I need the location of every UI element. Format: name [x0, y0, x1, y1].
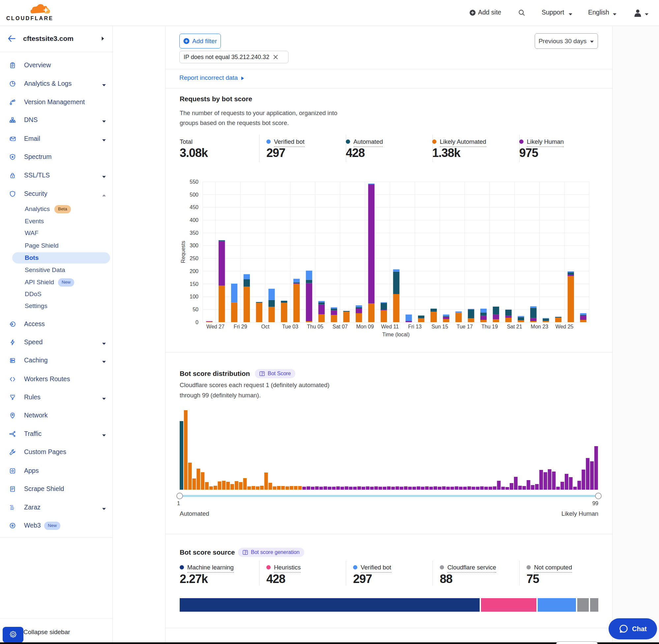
- svg-text:Wed 27: Wed 27: [206, 324, 225, 329]
- svg-text:450: 450: [190, 204, 198, 210]
- svg-text:Sat 21: Sat 21: [507, 324, 522, 329]
- svg-text:300: 300: [190, 243, 198, 248]
- svg-text:Tue 17: Tue 17: [456, 324, 473, 329]
- svg-text:Fri 29: Fri 29: [234, 324, 247, 329]
- svg-text:Requests: Requests: [180, 241, 186, 263]
- svg-text:200: 200: [190, 269, 198, 274]
- svg-text:Tue 03: Tue 03: [282, 324, 298, 329]
- svg-text:550: 550: [190, 179, 198, 185]
- svg-text:Fri 13: Fri 13: [408, 324, 422, 329]
- svg-text:500: 500: [190, 192, 198, 198]
- svg-text:Thu 05: Thu 05: [307, 324, 323, 329]
- svg-text:250: 250: [190, 256, 198, 261]
- svg-text:350: 350: [190, 230, 198, 236]
- svg-text:Time (local): Time (local): [382, 332, 410, 337]
- svg-text:Wed 11: Wed 11: [381, 324, 399, 329]
- svg-text:400: 400: [190, 217, 198, 223]
- svg-text:Oct: Oct: [261, 324, 269, 329]
- svg-text:Mon 23: Mon 23: [531, 324, 548, 329]
- svg-text:Mon 09: Mon 09: [356, 324, 374, 329]
- svg-text:100: 100: [190, 294, 198, 299]
- svg-text:Wed 25: Wed 25: [556, 324, 573, 329]
- svg-text:50: 50: [192, 307, 198, 312]
- svg-text:Sun 15: Sun 15: [431, 324, 448, 329]
- svg-text:150: 150: [190, 281, 198, 287]
- svg-text:Sat 07: Sat 07: [332, 324, 348, 329]
- svg-text:Thu 19: Thu 19: [481, 324, 498, 329]
- svg-text:0: 0: [195, 320, 198, 325]
